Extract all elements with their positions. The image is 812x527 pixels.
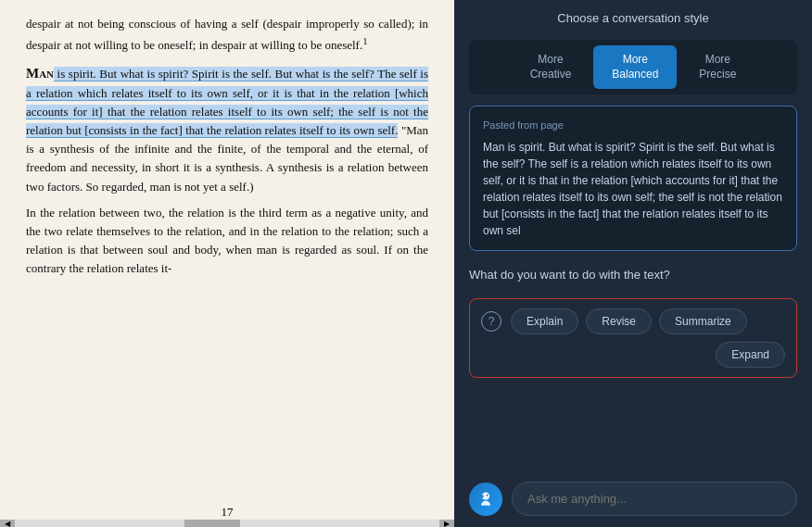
copilot-svg (476, 490, 495, 508)
intro-paragraph: despair at not being conscious of having… (26, 15, 428, 56)
dropcap: Man (26, 66, 54, 81)
pasted-box: Pasted from page Man is spirit. But what… (469, 106, 797, 251)
main-paragraph: Man is spirit. But what is spirit? Spiri… (26, 63, 428, 196)
book-scrollbar[interactable]: ◀ ▶ (0, 520, 454, 527)
explain-button[interactable]: Explain (511, 308, 578, 334)
scroll-left-arrow[interactable]: ◀ (0, 520, 15, 527)
summarize-button[interactable]: Summarize (659, 308, 747, 334)
style-btn-precise[interactable]: MorePrecise (680, 45, 755, 89)
conversation-style-header: Choose a conversation style (469, 11, 797, 25)
style-btn-balanced[interactable]: MoreBalanced (593, 45, 677, 89)
expand-button[interactable]: Expand (716, 342, 785, 368)
footnote: 1 (362, 35, 367, 46)
pasted-text: Man is spirit. But what is spirit? Spiri… (483, 139, 783, 239)
book-panel: despair at not being conscious of having… (0, 0, 454, 527)
what-to-do-label: What do you want to do with the text? (469, 262, 797, 287)
scroll-track[interactable] (15, 520, 439, 527)
highlighted-text: is spirit. But what is spirit? Spirit is… (26, 67, 428, 139)
chat-panel: Choose a conversation style MoreCreative… (454, 0, 812, 527)
revise-button[interactable]: Revise (586, 308, 652, 334)
svg-point-2 (487, 494, 488, 496)
ask-input[interactable] (512, 482, 797, 516)
second-paragraph: In the relation between two, the relatio… (26, 204, 428, 279)
intro-text: despair at not being conscious of having… (26, 17, 428, 52)
ask-bar (469, 482, 797, 516)
style-buttons-group: MoreCreative MoreBalanced MorePrecise (469, 40, 797, 94)
style-btn-creative[interactable]: MoreCreative (512, 45, 590, 89)
action-area: ? Explain Revise Summarize Expand (469, 298, 797, 378)
help-icon[interactable]: ? (481, 311, 501, 332)
svg-point-1 (481, 495, 484, 497)
scroll-thumb[interactable] (184, 520, 240, 527)
copilot-icon[interactable] (469, 483, 502, 516)
book-content: despair at not being conscious of having… (0, 0, 454, 501)
action-buttons: Explain Revise Summarize (511, 308, 747, 334)
expand-row: Expand (481, 342, 785, 368)
action-row: ? Explain Revise Summarize (481, 308, 785, 334)
scroll-right-arrow[interactable]: ▶ (439, 520, 454, 527)
pasted-label: Pasted from page (483, 118, 783, 133)
